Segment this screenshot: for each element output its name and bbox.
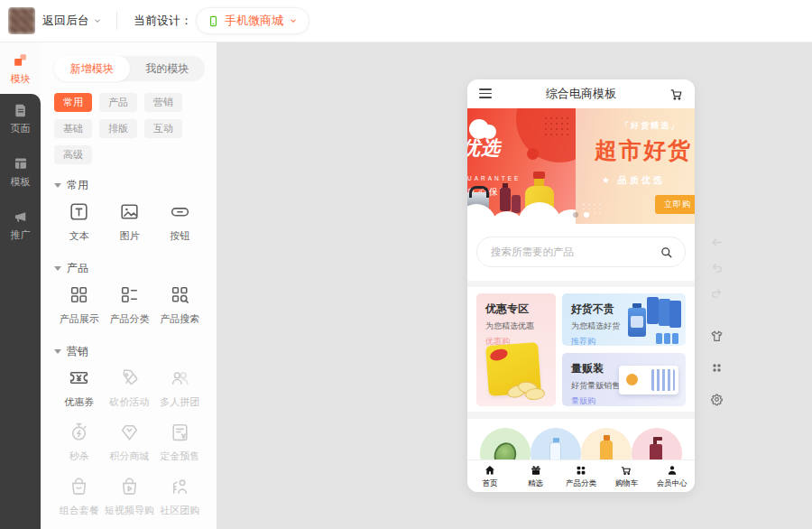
section-title: 营销	[67, 344, 88, 359]
module-community-buy[interactable]: 社区团购	[154, 475, 205, 517]
undo-button[interactable]	[709, 260, 724, 275]
search-input[interactable]	[477, 237, 685, 266]
back-arrow-button[interactable]	[709, 235, 724, 250]
sidebar-item-modules[interactable]: 模块	[0, 42, 41, 94]
product-circle-bottle[interactable]	[531, 428, 581, 459]
banner-carousel[interactable]: 优选 GUARANTEE 良心保证 「好货精选」 超市好货 ★ 品质优选 立即购	[467, 108, 695, 224]
components-button[interactable]	[709, 360, 724, 376]
menu-icon[interactable]	[479, 88, 492, 98]
module-button[interactable]: 按钮	[154, 200, 205, 243]
module-grid-marketing: 优惠券 砍价活动 多人拼团 秒杀 积分商城 定金预售 组合套餐 短视频导购	[54, 367, 205, 529]
sidebar-item-label: 模板	[11, 175, 31, 189]
chip-layout[interactable]: 排版	[99, 119, 137, 138]
carousel-dot-active[interactable]	[584, 212, 589, 218]
section-header-product[interactable]: 产品	[54, 262, 205, 275]
back-to-admin-button[interactable]: 返回后台	[42, 13, 102, 29]
search-bar[interactable]	[476, 237, 686, 267]
button-icon	[169, 200, 191, 223]
cart-icon[interactable]	[669, 87, 684, 102]
redo-button[interactable]	[709, 285, 724, 301]
card-subtitle: 为您精选优惠	[485, 320, 547, 332]
product-display-icon	[68, 283, 90, 306]
logo-avatar	[8, 7, 35, 34]
module-text[interactable]: 文本	[54, 200, 105, 243]
module-product-display[interactable]: 产品展示	[54, 283, 105, 326]
chip-basic[interactable]: 基础	[54, 119, 92, 138]
module-coupon[interactable]: 优惠券	[54, 367, 105, 409]
main-sidebar: 模块 页面 模板 推广	[0, 42, 41, 529]
banner-slide-2: 「好货精选」 超市好货 ★ 品质优选 立即购	[576, 108, 695, 224]
module-label: 产品展示	[60, 312, 99, 326]
detergent-image	[628, 297, 680, 342]
card-link[interactable]: 量贩购	[571, 395, 677, 406]
search-icon[interactable]	[659, 245, 674, 260]
module-combo[interactable]: 组合套餐	[54, 475, 105, 517]
banner1-headline: 优选	[467, 135, 501, 161]
tab-new-modules[interactable]: 新增模块	[54, 56, 130, 81]
back-to-admin-label: 返回后台	[42, 13, 89, 29]
module-points-mall[interactable]: 积分商城	[105, 421, 155, 463]
module-bargain[interactable]: 砍价活动	[105, 367, 155, 409]
promo-card-good-value[interactable]: 好货不贵 为您精选好货 推荐购	[562, 293, 686, 346]
product-circle-avocado[interactable]	[480, 428, 531, 459]
settings-button[interactable]	[709, 392, 724, 407]
module-label: 优惠券	[64, 395, 94, 409]
section-header-common[interactable]: 常用	[54, 179, 205, 192]
module-product-search[interactable]: 产品搜索	[154, 283, 205, 326]
promo-card-bulk[interactable]: 量贩装 好货量贩销售 量贩购	[562, 353, 686, 406]
phone-preview[interactable]: 综合电商模板 优选 GUARANTEE 良心保证	[467, 79, 695, 492]
shampoo-bottle-image	[500, 188, 511, 211]
nav-label: 购物车	[615, 478, 639, 489]
nav-item-categories[interactable]: 产品分类	[558, 460, 604, 492]
carousel-dot[interactable]	[573, 212, 578, 218]
module-group-buy[interactable]: 多人拼团	[154, 367, 205, 409]
module-image[interactable]: 图片	[105, 200, 155, 243]
module-presale[interactable]: 定金预售	[154, 421, 205, 463]
phone-icon	[208, 15, 219, 27]
image-icon	[118, 200, 141, 223]
nav-item-featured[interactable]: 精选	[512, 460, 558, 492]
module-label: 社区团购	[160, 504, 199, 517]
combo-bag-icon	[68, 475, 90, 497]
chip-interactive[interactable]: 互动	[144, 119, 182, 138]
module-label: 积分商城	[109, 450, 149, 463]
tab-my-modules[interactable]: 我的模块	[130, 56, 206, 81]
sidebar-item-pages[interactable]: 页面	[0, 102, 41, 135]
gift-icon	[530, 464, 542, 477]
module-product-category[interactable]: 产品分类	[105, 283, 155, 326]
tshirt-icon	[709, 329, 724, 344]
sidebar-item-promotion[interactable]: 推广	[0, 209, 41, 242]
theme-button[interactable]	[709, 329, 724, 344]
section-header-marketing[interactable]: 营销	[54, 345, 205, 358]
nav-item-home[interactable]: 首页	[467, 460, 512, 492]
banner-slide-1: 优选 GUARANTEE 良心保证	[467, 108, 576, 224]
section-title: 产品	[67, 261, 88, 276]
gear-icon	[709, 392, 724, 407]
chip-product[interactable]: 产品	[99, 93, 137, 112]
promo-card-discount[interactable]: 优惠专区 为您精选优惠 优惠购	[476, 293, 556, 406]
module-label: 秒杀	[69, 450, 89, 463]
nav-item-member[interactable]: 会员中心	[650, 460, 695, 492]
module-label: 图片	[119, 229, 139, 243]
product-circle-pump[interactable]	[632, 428, 682, 459]
nav-label: 精选	[528, 478, 543, 489]
product-category-icon	[118, 283, 141, 306]
sidebar-item-label: 页面	[11, 122, 31, 135]
product-circles-section	[467, 419, 695, 459]
sidebar-item-templates[interactable]: 模板	[0, 155, 41, 189]
nav-item-cart[interactable]: 购物车	[604, 460, 649, 492]
chip-advanced[interactable]: 高级	[54, 145, 92, 164]
pump-bottle-image	[650, 444, 662, 459]
module-flash-sale[interactable]: 秒杀	[54, 421, 105, 463]
module-video-guide[interactable]: 短视频导购	[105, 475, 155, 517]
divider	[116, 12, 117, 30]
banner2-subtitle: ★ 品质优选	[602, 174, 665, 187]
coupon-icon	[68, 367, 90, 389]
chip-marketing[interactable]: 营销	[144, 93, 182, 112]
chip-common[interactable]: 常用	[54, 93, 92, 112]
design-selector[interactable]: 手机微商城	[196, 7, 309, 34]
product-circle-drink[interactable]	[581, 428, 632, 459]
promo-section: 优惠专区 为您精选优惠 优惠购 好货不贵 为您精选好货 推荐购	[467, 287, 695, 412]
banner2-buy-button[interactable]: 立即购	[655, 195, 695, 214]
section-title: 常用	[67, 178, 88, 193]
